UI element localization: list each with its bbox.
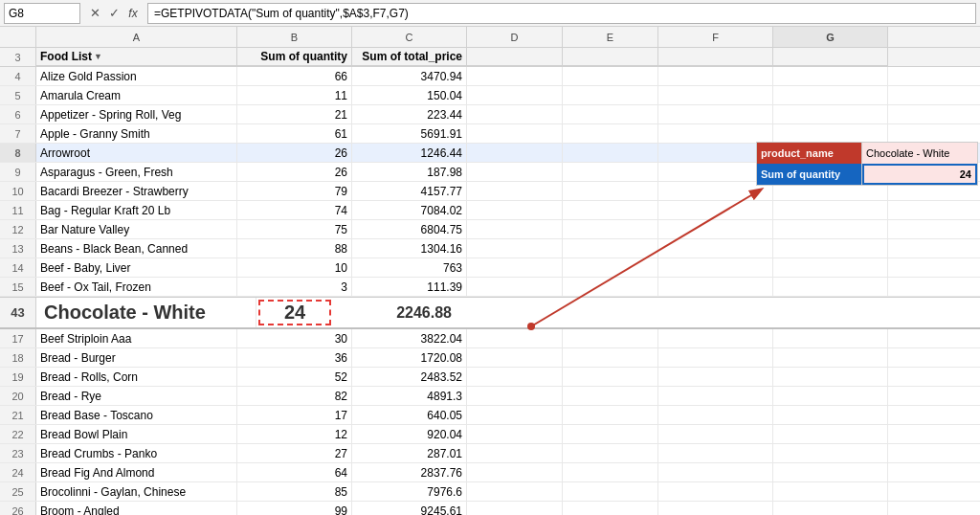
header-sum-qty[interactable]: Sum of quantity bbox=[237, 48, 352, 66]
header-sum-price[interactable]: Sum of total_price bbox=[352, 48, 467, 66]
big-highlight-row: 43 Chocolate - White 24 2246.88 bbox=[0, 297, 980, 329]
table-row: 12 Bar Nature Valley 75 6804.75 bbox=[0, 220, 980, 239]
table-row: 23 Bread Crumbs - Panko 27 287.01 bbox=[0, 444, 980, 463]
table-row: 21 Bread Base - Toscano 17 640.05 bbox=[0, 406, 980, 425]
table-row: 11 Bag - Regular Kraft 20 Lb 74 7084.02 bbox=[0, 201, 980, 220]
header-F bbox=[658, 48, 773, 66]
col-header-D[interactable]: D bbox=[467, 27, 563, 47]
floating-quantity-label: Sum of quantity bbox=[757, 164, 862, 185]
table-row: 20 Bread - Rye 82 4891.3 bbox=[0, 387, 980, 406]
header-E bbox=[563, 48, 658, 66]
cell-ref-box[interactable]: G8 bbox=[4, 3, 80, 24]
table-row: 15 Beef - Ox Tail, Frozen 3 111.39 bbox=[0, 278, 980, 297]
big-row-num: 43 bbox=[0, 298, 36, 327]
table-row: 17 Beef Striploin Aaa 30 3822.04 bbox=[0, 329, 980, 348]
formula-bar: G8 ✕ ✓ fx bbox=[0, 0, 980, 27]
confirm-icon[interactable]: ✓ bbox=[105, 5, 122, 22]
table-row: 26 Broom - Angled 99 9245.61 bbox=[0, 502, 980, 515]
row-num-3: 3 bbox=[0, 48, 36, 66]
table-row: 6 Appetizer - Spring Roll, Veg 21 223.44 bbox=[0, 105, 980, 124]
col-header-C[interactable]: C bbox=[352, 27, 467, 47]
header-row-3: 3 Food List ▼ Sum of quantity Sum of tot… bbox=[0, 48, 980, 67]
grid-body: 3 Food List ▼ Sum of quantity Sum of tot… bbox=[0, 48, 980, 515]
table-row: 7 Apple - Granny Smith 61 5691.91 bbox=[0, 124, 980, 144]
big-row-label: Chocolate - White bbox=[36, 298, 256, 327]
big-row-total: 2246.88 bbox=[333, 298, 457, 327]
fx-icon[interactable]: fx bbox=[124, 5, 142, 22]
header-D bbox=[467, 48, 563, 66]
col-header-F[interactable]: F bbox=[658, 27, 773, 47]
formula-input[interactable] bbox=[147, 3, 976, 24]
row-header-spacer bbox=[0, 27, 36, 47]
cancel-icon[interactable]: ✕ bbox=[86, 5, 103, 22]
spreadsheet: A B C D E F G 3 Food List ▼ Sum of quant… bbox=[0, 27, 980, 515]
col-headers-row: A B C D E F G bbox=[0, 27, 980, 48]
table-row: 22 Bread Bowl Plain 12 920.04 bbox=[0, 425, 980, 444]
header-G bbox=[773, 48, 888, 66]
big-row-value[interactable]: 24 bbox=[258, 300, 331, 325]
formula-icons: ✕ ✓ fx bbox=[82, 5, 145, 22]
table-row: 13 Beans - Black Bean, Canned 88 1304.16 bbox=[0, 239, 980, 258]
floating-info-box: product_name Chocolate - White Sum of qu… bbox=[756, 142, 978, 186]
col-header-G[interactable]: G bbox=[773, 27, 888, 47]
col-header-E[interactable]: E bbox=[563, 27, 658, 47]
floating-product-value: Chocolate - White bbox=[862, 143, 977, 164]
table-row: 24 Bread Fig And Almond 64 2837.76 bbox=[0, 463, 980, 482]
col-header-B[interactable]: B bbox=[237, 27, 352, 47]
table-row: 25 Brocolinni - Gaylan, Chinese 85 7976.… bbox=[0, 482, 980, 502]
floating-product-label: product_name bbox=[757, 143, 862, 164]
header-food-list[interactable]: Food List ▼ bbox=[36, 48, 237, 66]
table-row: 19 Bread - Rolls, Corn 52 2483.52 bbox=[0, 368, 980, 387]
table-row: 14 Beef - Baby, Liver 10 763 bbox=[0, 258, 980, 278]
table-row: 5 Amarula Cream 11 150.04 bbox=[0, 86, 980, 105]
table-row: 4 Alize Gold Passion 66 3470.94 bbox=[0, 67, 980, 86]
table-row: 18 Bread - Burger 36 1720.08 bbox=[0, 348, 980, 368]
dropdown-arrow[interactable]: ▼ bbox=[94, 52, 102, 61]
floating-quantity-value: 24 bbox=[862, 164, 977, 185]
col-header-A[interactable]: A bbox=[36, 27, 237, 47]
